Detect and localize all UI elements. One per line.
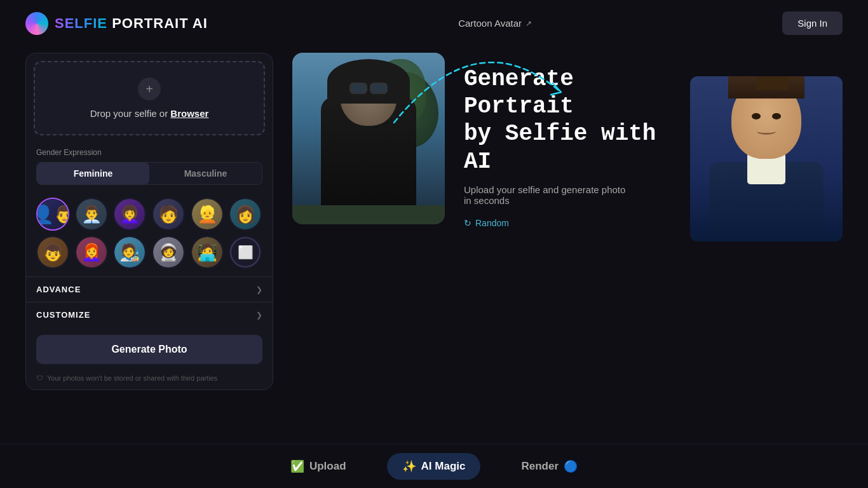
gender-label: Gender Expression bbox=[36, 148, 262, 157]
ai-magic-nav-item[interactable]: ✨ AI Magic bbox=[387, 453, 481, 480]
upload-nav-icon: ✅ bbox=[290, 459, 304, 473]
logo-icon bbox=[25, 12, 48, 35]
render-nav-icon: 🔵 bbox=[564, 459, 578, 473]
render-nav-item[interactable]: Render 🔵 bbox=[506, 453, 593, 480]
ai-magic-nav-icon: ✨ bbox=[402, 459, 416, 473]
avatar-grid: 👨 👨‍💼 👩‍🦱 🧑 👱 👩 👦 👩‍🦰 bbox=[26, 193, 273, 276]
customize-label: CUSTOMIZE bbox=[36, 310, 90, 320]
avatar-item-box[interactable]: ⬜ bbox=[229, 236, 262, 269]
avatar-item[interactable]: 👨‍💼 bbox=[75, 198, 108, 231]
render-nav-label: Render bbox=[521, 460, 559, 473]
random-button[interactable]: ↻ Random bbox=[464, 218, 509, 228]
hero-subtitle: Upload your selfie and generate photoin … bbox=[464, 184, 671, 206]
avatar-item[interactable]: 🧑‍🚀 bbox=[152, 236, 185, 269]
browser-link[interactable]: Browser bbox=[170, 108, 208, 119]
logo-selfie: SELFIE bbox=[55, 15, 107, 31]
avatar-item[interactable]: 👨 bbox=[36, 198, 69, 231]
customize-section[interactable]: CUSTOMIZE ❯ bbox=[26, 302, 273, 327]
avatar-item[interactable]: 👩‍🦰 bbox=[75, 236, 108, 269]
avatar-item[interactable]: 👦 bbox=[36, 236, 69, 269]
avatar-item[interactable]: 👩‍🦱 bbox=[113, 198, 146, 231]
sign-in-button[interactable]: Sign In bbox=[782, 11, 843, 35]
gender-section: Gender Expression Feminine Masculine bbox=[26, 143, 273, 193]
upload-nav-item[interactable]: ✅ Upload bbox=[275, 453, 362, 480]
left-panel: + Drop your selfie or Browser Gender Exp… bbox=[25, 53, 273, 390]
logo-text: SELFIE PORTRAIT AI bbox=[55, 15, 208, 32]
feminine-button[interactable]: Feminine bbox=[37, 163, 149, 184]
plus-icon: + bbox=[138, 78, 161, 100]
bottom-nav: ✅ Upload ✨ AI Magic Render 🔵 bbox=[0, 444, 868, 488]
random-icon: ↻ bbox=[464, 218, 471, 228]
center-right-area: Generate Portraitby Selfie with AI Uploa… bbox=[292, 53, 843, 241]
customize-chevron-icon: ❯ bbox=[256, 311, 262, 320]
avatar-item[interactable]: 🧑 bbox=[152, 198, 185, 231]
ai-magic-nav-label: AI Magic bbox=[421, 460, 466, 473]
privacy-note: 🛡 Your photos won't be stored or shared … bbox=[26, 372, 273, 390]
logo-area: SELFIE PORTRAIT AI bbox=[25, 12, 208, 35]
upload-nav-label: Upload bbox=[309, 460, 346, 473]
avatar-item[interactable]: 👩 bbox=[229, 198, 262, 231]
masculine-button[interactable]: Masculine bbox=[149, 163, 262, 184]
cartoon-avatar-label: Cartoon Avatar bbox=[458, 18, 522, 29]
hero-text-area: Generate Portraitby Selfie with AI Uploa… bbox=[464, 59, 671, 235]
advance-label: ADVANCE bbox=[36, 285, 81, 294]
generate-button[interactable]: Generate Photo bbox=[36, 335, 262, 364]
privacy-text: Your photos won't be stored or shared wi… bbox=[47, 374, 217, 382]
avatar-item[interactable]: 🧑‍💻 bbox=[191, 236, 224, 269]
hero-section: Generate Portraitby Selfie with AI Uploa… bbox=[445, 53, 690, 241]
hero-title: Generate Portraitby Selfie with AI bbox=[464, 65, 671, 175]
external-link-icon: ↗ bbox=[526, 19, 532, 28]
random-label: Random bbox=[475, 218, 509, 228]
selfie-photo-section bbox=[292, 53, 445, 224]
upload-text: Drop your selfie or Browser bbox=[48, 108, 251, 119]
avatar-item[interactable]: 🧑‍🎨 bbox=[113, 236, 146, 269]
shield-icon: 🛡 bbox=[36, 374, 43, 382]
gender-toggle: Feminine Masculine bbox=[36, 162, 262, 185]
logo-rest: PORTRAIT AI bbox=[107, 15, 208, 31]
portrait-preview bbox=[690, 76, 843, 241]
selfie-photo-container bbox=[292, 53, 445, 224]
advance-chevron-icon: ❯ bbox=[256, 285, 262, 294]
cartoon-avatar-link[interactable]: Cartoon Avatar ↗ bbox=[458, 18, 532, 29]
advance-section[interactable]: ADVANCE ❯ bbox=[26, 276, 273, 302]
avatar-item[interactable]: 👱 bbox=[191, 198, 224, 231]
upload-area[interactable]: + Drop your selfie or Browser bbox=[34, 61, 265, 135]
